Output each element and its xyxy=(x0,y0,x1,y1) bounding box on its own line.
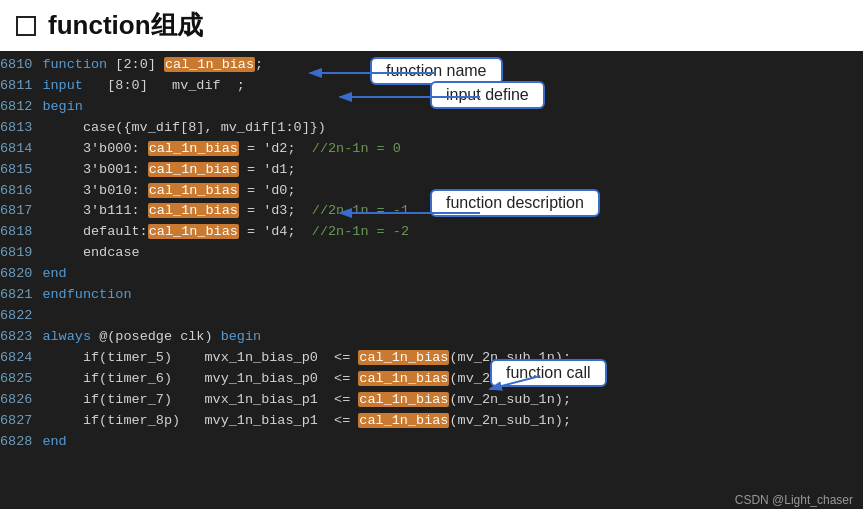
highlight-token: cal_1n_bias xyxy=(358,392,449,407)
code-token: (mv_2n_sub_1n); xyxy=(449,413,571,428)
highlight-token: cal_1n_bias xyxy=(164,57,255,72)
table-row: 6819 endcase xyxy=(0,243,863,264)
table-row: 6824 if(timer_5) mvx_1n_bias_p0 <= cal_1… xyxy=(0,348,863,369)
line-content: case({mv_dif[8], mv_dif[1:0]}) xyxy=(42,118,863,139)
input-define-annotation: input define xyxy=(430,81,545,109)
code-token: mv_dif ; xyxy=(172,78,245,93)
highlight-token: cal_1n_bias xyxy=(148,203,239,218)
table-row: 6826 if(timer_7) mvx_1n_bias_p1 <= cal_1… xyxy=(0,390,863,411)
code-token: 3'b000: xyxy=(42,141,147,156)
comment-token: //2n-1n = 0 xyxy=(312,141,401,156)
table-row: 6821endfunction xyxy=(0,285,863,306)
keyword-token: function xyxy=(42,57,115,72)
comment-token: //2n-1n = -1 xyxy=(312,203,409,218)
code-token: ; xyxy=(255,57,263,72)
code-token: case({mv_dif[8], mv_dif[1:0]}) xyxy=(42,120,326,135)
line-content: 3'b001: cal_1n_bias = 'd1; xyxy=(42,160,863,181)
table-row: 6818 default:cal_1n_bias = 'd4; //2n-1n … xyxy=(0,222,863,243)
line-number: 6810 xyxy=(0,55,42,76)
line-content: if(timer_6) mvy_1n_bias_p0 <= cal_1n_bia… xyxy=(42,369,863,390)
line-content: end xyxy=(42,264,863,285)
code-token: if(timer_6) mvy_1n_bias_p0 <= xyxy=(42,371,358,386)
code-token: (mv_2n_sub_1n); xyxy=(449,392,571,407)
line-content: end xyxy=(42,432,863,453)
code-token: endcase xyxy=(42,245,139,260)
line-number: 6827 xyxy=(0,411,42,432)
code-token: [2:0] xyxy=(115,57,164,72)
keyword-token: endfunction xyxy=(42,287,131,302)
table-row: 6828end xyxy=(0,432,863,453)
table-row: 6827 if(timer_8p) mvy_1n_bias_p1 <= cal_… xyxy=(0,411,863,432)
footer: CSDN @Light_chaser xyxy=(0,491,863,509)
code-token: 3'b001: xyxy=(42,162,147,177)
code-token: if(timer_8p) mvy_1n_bias_p1 <= xyxy=(42,413,358,428)
table-row: 6814 3'b000: cal_1n_bias = 'd2; //2n-1n … xyxy=(0,139,863,160)
comment-token: //2n-1n = -2 xyxy=(312,224,409,239)
highlight-token: cal_1n_bias xyxy=(148,162,239,177)
table-row: 6820end xyxy=(0,264,863,285)
line-content: if(timer_7) mvx_1n_bias_p1 <= cal_1n_bia… xyxy=(42,390,863,411)
code-token: = 'd3; xyxy=(239,203,312,218)
line-content: if(timer_5) mvx_1n_bias_p0 <= cal_1n_bia… xyxy=(42,348,863,369)
line-number: 6814 xyxy=(0,139,42,160)
footer-text: CSDN @Light_chaser xyxy=(735,493,853,507)
line-number: 6822 xyxy=(0,306,42,327)
highlight-token: cal_1n_bias xyxy=(148,183,239,198)
table-row: 6813 case({mv_dif[8], mv_dif[1:0]}) xyxy=(0,118,863,139)
code-token: = 'd0; xyxy=(239,183,296,198)
keyword-token: begin xyxy=(221,329,262,344)
line-number: 6817 xyxy=(0,201,42,222)
highlight-token: cal_1n_bias xyxy=(148,141,239,156)
line-number: 6828 xyxy=(0,432,42,453)
line-number: 6818 xyxy=(0,222,42,243)
line-number: 6815 xyxy=(0,160,42,181)
line-number: 6823 xyxy=(0,327,42,348)
line-number: 6820 xyxy=(0,264,42,285)
code-token: if(timer_5) mvx_1n_bias_p0 <= xyxy=(42,350,358,365)
line-number: 6826 xyxy=(0,390,42,411)
highlight-token: cal_1n_bias xyxy=(358,350,449,365)
line-content: always @(posedge clk) begin xyxy=(42,327,863,348)
main-container: function组成 6810function [2:0] cal_1n_bia… xyxy=(0,0,863,531)
line-content: default:cal_1n_bias = 'd4; //2n-1n = -2 xyxy=(42,222,863,243)
line-number: 6813 xyxy=(0,118,42,139)
code-token: if(timer_7) mvx_1n_bias_p1 <= xyxy=(42,392,358,407)
keyword-token: always xyxy=(42,329,99,344)
keyword-token: begin xyxy=(42,99,83,114)
table-row: 6822 xyxy=(0,306,863,327)
title-bar: function组成 xyxy=(0,0,863,51)
code-area: 6810function [2:0] cal_1n_bias;6811input… xyxy=(0,51,863,491)
table-row: 6825 if(timer_6) mvy_1n_bias_p0 <= cal_1… xyxy=(0,369,863,390)
function-description-annotation: function description xyxy=(430,189,600,217)
line-number: 6816 xyxy=(0,181,42,202)
code-token: @(posedge clk) xyxy=(99,329,221,344)
code-token: = 'd2; xyxy=(239,141,312,156)
line-content: endfunction xyxy=(42,285,863,306)
keyword-token: input xyxy=(42,78,83,93)
code-token: = 'd4; xyxy=(239,224,312,239)
code-token: [8:0] xyxy=(83,78,172,93)
line-number: 6821 xyxy=(0,285,42,306)
page-title: function组成 xyxy=(48,8,203,43)
line-number: 6825 xyxy=(0,369,42,390)
line-content: 3'b000: cal_1n_bias = 'd2; //2n-1n = 0 xyxy=(42,139,863,160)
line-content: endcase xyxy=(42,243,863,264)
function-call-annotation: function call xyxy=(490,359,607,387)
code-token: = 'd1; xyxy=(239,162,296,177)
keyword-token: end xyxy=(42,266,66,281)
table-row: 6815 3'b001: cal_1n_bias = 'd1; xyxy=(0,160,863,181)
line-number: 6812 xyxy=(0,97,42,118)
highlight-token: cal_1n_bias xyxy=(358,413,449,428)
line-content: if(timer_8p) mvy_1n_bias_p1 <= cal_1n_bi… xyxy=(42,411,863,432)
code-token: 3'b111: xyxy=(42,203,147,218)
code-token: default: xyxy=(42,224,147,239)
title-checkbox[interactable] xyxy=(16,16,36,36)
highlight-token: cal_1n_bias xyxy=(358,371,449,386)
table-row: 6823always @(posedge clk) begin xyxy=(0,327,863,348)
line-number: 6819 xyxy=(0,243,42,264)
code-token: 3'b010: xyxy=(42,183,147,198)
highlight-token: cal_1n_bias xyxy=(148,224,239,239)
line-number: 6811 xyxy=(0,76,42,97)
line-number: 6824 xyxy=(0,348,42,369)
keyword-token: end xyxy=(42,434,66,449)
